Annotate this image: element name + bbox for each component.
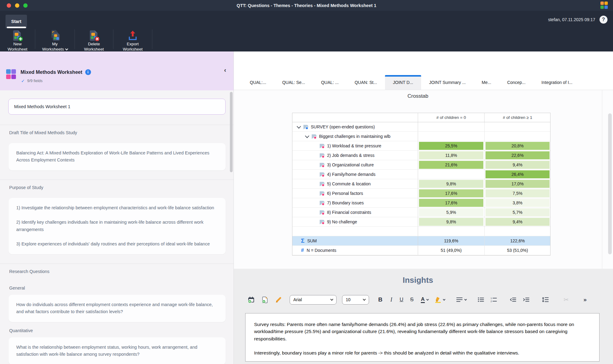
worksheet-tab[interactable]: Integration of I... — [534, 75, 581, 90]
purpose-item: 3) Explore experiences of individuals' d… — [16, 241, 218, 248]
export-worksheet-button[interactable]: ExportWorksheet — [113, 28, 152, 51]
crosstab-cell — [418, 122, 485, 131]
code-icon — [319, 153, 327, 158]
code-icon — [319, 200, 327, 206]
divider — [0, 264, 234, 264]
crosstab-cell: 17,6% — [418, 189, 485, 198]
code-icon — [319, 191, 327, 196]
worksheet-puzzle-icon — [6, 69, 17, 80]
help-icon[interactable]: ? — [600, 16, 607, 24]
format-paintbrush-button[interactable] — [275, 296, 282, 303]
crosstab-col-header: # of children = 0 — [418, 113, 485, 122]
code-icon — [311, 134, 319, 139]
font-size-select[interactable]: 10 — [342, 295, 369, 305]
delete-worksheet-button[interactable]: DeleteWorksheet — [75, 28, 113, 51]
expand-chevron-icon[interactable] — [303, 135, 311, 138]
insights-text-editor[interactable]: Survey results: Parents more often name … — [245, 313, 600, 362]
svg-text:1: 1 — [490, 297, 492, 300]
crosstab-cell: 7,5% — [485, 189, 550, 198]
code-icon — [319, 172, 327, 177]
highlight-color-button[interactable] — [435, 296, 445, 303]
expand-chevron-icon[interactable] — [295, 125, 303, 128]
sidebar-scrollbar[interactable] — [230, 92, 233, 172]
collapse-sidebar-button[interactable]: ‹ — [224, 66, 226, 74]
insights-paragraph: Interestingly, boundary issues play a mi… — [254, 349, 591, 356]
quantitative-question-card[interactable]: What is the relationship between employm… — [9, 337, 226, 364]
crosstab-row[interactable]: N = Documents 51 (49,0%) 53 (51,0%) — [292, 246, 550, 255]
insights-section: Insights — [234, 269, 613, 364]
worksheet-name-input[interactable]: Mixed Methods Worksheet 1 — [8, 99, 226, 115]
crosstab-cell: 17,6% — [418, 198, 485, 207]
my-worksheets-button[interactable]: MyWorksheets — [35, 28, 74, 51]
row-label: 1) Workload & time pressure — [327, 143, 381, 148]
crosstab-cell: 9,4% — [485, 160, 550, 169]
crosstab-row[interactable]: 2) Job demands & stress 11,8% 22,6% — [292, 151, 550, 160]
toolbar-overflow-button[interactable]: » — [583, 296, 587, 303]
row-label: 3) Organizational culture — [327, 162, 374, 167]
crosstab-row[interactable]: SURVEY (open-ended questions) — [292, 122, 550, 132]
worksheet-tab[interactable]: QUAL: Se... — [274, 75, 313, 90]
bold-button[interactable]: B — [378, 296, 383, 303]
insert-date-button[interactable] — [248, 296, 255, 303]
new-worksheet-button[interactable]: NewWorksheet — [0, 28, 35, 51]
crosstab-row[interactable]: SUM 119,6% 122,6% — [292, 236, 550, 246]
draft-title-card[interactable]: Balancing Act: A Mixed Methods Explorati… — [9, 143, 226, 170]
worksheet-tab[interactable]: QUAL: ... — [313, 75, 347, 90]
italic-button[interactable]: I — [390, 297, 392, 303]
strikethrough-button[interactable]: S — [410, 297, 413, 303]
indent-button[interactable] — [523, 297, 530, 302]
crosstab-row[interactable]: 5) Commute & location 9,8% 17,0% — [292, 179, 550, 189]
svg-text:2: 2 — [490, 300, 492, 303]
insert-element-button[interactable] — [261, 296, 268, 303]
worksheet-tab[interactable]: JOINT D... — [385, 75, 421, 90]
code-icon — [319, 181, 327, 187]
crosstab-cell — [485, 122, 550, 131]
insights-editor-toolbar: Arial 10 B I U S A — [248, 294, 587, 305]
button-label: NewWorksheet — [8, 42, 27, 52]
worksheet-tab[interactable]: JOINT Summary ... — [421, 75, 474, 90]
crosstab-row[interactable]: 7) Boundary issues 17,6% 3,8% — [292, 198, 550, 208]
main-scrollbar[interactable] — [608, 113, 612, 254]
line-spacing-button[interactable] — [542, 297, 549, 303]
crosstab-row[interactable]: 6) Personal factors 17,6% 7,5% — [292, 189, 550, 198]
crosstab-row[interactable]: 9) No challenge 9,8% 9,4% — [292, 217, 550, 227]
outdent-button[interactable] — [509, 297, 516, 302]
worksheet-tab[interactable]: QUAL:... — [242, 75, 274, 90]
crosstab-col-header: # of children ≥ 1 — [485, 113, 550, 122]
crosstab-row[interactable]: 4) Family/home demands 26,4% — [292, 170, 550, 179]
general-label: General — [9, 286, 234, 290]
worksheet-sidebar: Mixed Methods Worksheet i ✓ 9/9 fields ‹… — [0, 51, 234, 364]
worksheet-tab[interactable]: Me... — [474, 75, 499, 90]
app-window: QTT: Questions - Themes - Theories - Mix… — [0, 0, 613, 364]
crosstab-row[interactable]: Biggest challenges in maintaining wlb — [292, 132, 550, 141]
bullet-list-button[interactable] — [478, 297, 484, 302]
purpose-card[interactable]: 1) Investigate the relationship between … — [9, 198, 226, 254]
code-icon — [319, 162, 327, 168]
crosstab-row[interactable]: 8) Financial constraints 5,9% 5,7% — [292, 208, 550, 217]
font-family-select[interactable]: Arial — [290, 295, 337, 305]
general-question-card[interactable]: How do individuals across different empl… — [9, 295, 226, 322]
chevron-down-icon — [426, 298, 428, 301]
row-label: 8) Financial constraints — [327, 210, 371, 215]
font-size-value: 10 — [346, 297, 351, 302]
tab-label: QUAN: St... — [355, 80, 377, 85]
font-color-button[interactable]: A — [421, 297, 428, 303]
worksheet-tab[interactable]: Concep... — [499, 75, 534, 90]
window-title: QTT: Questions - Themes - Theories - Mix… — [0, 3, 613, 8]
menu-tab-start[interactable]: Start — [6, 15, 27, 28]
tab-label: JOINT D... — [393, 80, 413, 85]
delete-worksheet-icon — [88, 29, 100, 42]
crosstab-row[interactable]: 1) Workload & time pressure 25,5% 20,8% — [292, 141, 550, 151]
info-icon[interactable]: i — [85, 69, 91, 75]
numbered-list-button[interactable]: 1 2 — [490, 297, 497, 302]
divider — [0, 180, 234, 180]
align-button[interactable] — [456, 297, 466, 302]
row-label: 2) Job demands & stress — [327, 153, 375, 158]
crosstab-cell: 20,8% — [485, 141, 550, 150]
crosstab-row[interactable] — [292, 227, 550, 236]
row-label: 9) No challenge — [327, 219, 357, 224]
crosstab-row[interactable]: 3) Organizational culture 21,6% 9,4% — [292, 160, 550, 170]
underline-button[interactable]: U — [400, 297, 403, 303]
crosstab-cell — [485, 227, 550, 236]
worksheet-tab[interactable]: QUAN: St... — [347, 75, 385, 90]
